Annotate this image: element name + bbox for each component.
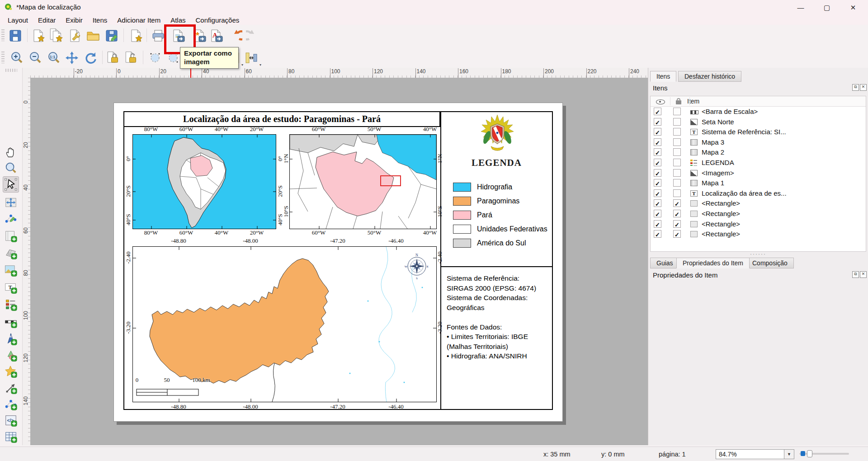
tab-composicao[interactable]: Composição (746, 258, 794, 268)
layout-item-row[interactable]: <Rectangle> (651, 219, 866, 230)
edit-nodes-tool[interactable] (3, 211, 19, 227)
layout-item-row[interactable]: <Rectangle> (651, 198, 866, 209)
move-item-content-tool[interactable] (3, 194, 19, 211)
lock-checkbox[interactable] (673, 210, 681, 217)
maximize-button[interactable]: ▢ (816, 0, 837, 15)
toolbar-grip[interactable] (1, 29, 5, 41)
add-legend-tool[interactable] (3, 296, 19, 313)
visibility-checkbox[interactable] (654, 179, 661, 187)
layout-item-row[interactable]: Mapa 3 (651, 137, 866, 148)
visibility-checkbox[interactable] (654, 199, 661, 207)
visibility-checkbox[interactable] (654, 138, 661, 146)
add-attribute-table-tool[interactable] (3, 428, 19, 445)
layout-manager-button[interactable] (66, 27, 84, 45)
reference-info-text[interactable]: Sistema de Referência:SIRGAS 2000 (EPSG:… (440, 267, 552, 409)
menu-item[interactable]: Itens (88, 16, 113, 24)
menu-item[interactable]: Exibir (61, 16, 88, 24)
undo-button[interactable] (226, 27, 244, 45)
export-pdf-button[interactable]: A (207, 27, 225, 45)
visibility-checkbox[interactable] (654, 118, 661, 126)
lock-checkbox[interactable] (673, 199, 681, 207)
add-html-tool[interactable] (3, 412, 19, 428)
zoom-out-button[interactable] (26, 49, 44, 67)
layout-item-row[interactable]: <Barra de Escala> (651, 107, 866, 117)
layout-item-row[interactable]: Sistema de Referência: SI... (651, 127, 866, 137)
layout-item-row[interactable]: <Rectangle> (651, 209, 866, 219)
distribute-items-button[interactable]: ▾ (242, 49, 260, 67)
unlock-items-button[interactable] (123, 49, 141, 67)
duplicate-layout-button[interactable] (47, 27, 65, 45)
legend-panel[interactable]: LEGENDA Hidrografia Paragominas Pará (440, 112, 552, 267)
menu-item[interactable]: Atlas (165, 16, 190, 24)
layout-item-row[interactable]: <Rectangle> (651, 229, 866, 240)
add-scalebar-tool[interactable] (3, 314, 19, 330)
layout-page[interactable]: Localização da área de estudo: Paragomin… (113, 103, 563, 422)
zoom-slider-handle[interactable] (807, 450, 812, 457)
toolbar-grip[interactable] (1, 52, 5, 63)
refresh-view-button[interactable] (81, 49, 99, 67)
add-shape-tool[interactable] (3, 347, 19, 363)
zoom-actual-button[interactable]: 1:1 (45, 49, 63, 67)
layout-item-row[interactable]: Localização da área de es... (651, 188, 866, 199)
zoom-full-button[interactable] (63, 49, 81, 67)
close-panel-icon[interactable]: ✕ (860, 271, 867, 278)
lock-checkbox[interactable] (673, 148, 681, 156)
select-all-button[interactable] (146, 49, 164, 67)
add-arrow-tool[interactable] (3, 380, 19, 396)
map1-south-america[interactable] (132, 134, 276, 229)
visibility-checkbox[interactable] (654, 210, 661, 217)
zoom-combo-arrow-icon[interactable]: ▼ (784, 449, 794, 459)
open-template-button[interactable] (84, 27, 102, 45)
lock-checkbox[interactable] (673, 169, 681, 177)
visibility-checkbox[interactable] (654, 189, 661, 197)
lock-items-button[interactable] (105, 49, 123, 67)
save-project-button[interactable] (6, 27, 24, 45)
add-north-arrow-tool[interactable] (3, 331, 19, 347)
layout-item-row[interactable]: <Imagem> (651, 168, 866, 179)
select-move-item-tool[interactable] (3, 176, 19, 193)
toolbar-grip[interactable] (5, 69, 17, 72)
lock-checkbox[interactable] (673, 179, 681, 187)
new-layout-button[interactable] (29, 27, 47, 45)
layout-canvas[interactable]: Localização da área de estudo: Paragomin… (30, 78, 648, 445)
lock-checkbox[interactable] (673, 128, 681, 136)
visibility-checkbox[interactable] (654, 169, 661, 177)
add-3d-map-tool[interactable] (3, 245, 19, 261)
visibility-checkbox[interactable] (654, 148, 661, 156)
save-as-template-button[interactable] (103, 27, 121, 45)
tab-propriedades-do-item[interactable]: Propriedades do Item (676, 258, 750, 268)
map2-para[interactable] (289, 134, 437, 229)
menu-item[interactable]: Editar (33, 16, 61, 24)
add-pages-button[interactable] (127, 27, 145, 45)
tab-itens[interactable]: Itens (650, 71, 676, 82)
zoom-tool[interactable] (3, 160, 19, 176)
visibility-checkbox[interactable] (654, 220, 661, 228)
menu-item[interactable]: Layout (3, 16, 33, 24)
tab-guias[interactable]: Guias (650, 258, 679, 268)
map-title[interactable]: Localização da área de estudo: Paragomin… (124, 112, 440, 127)
lock-checkbox[interactable] (673, 138, 681, 146)
visibility-checkbox[interactable] (654, 128, 661, 136)
vertical-ruler[interactable]: 020406080100120140 (22, 78, 31, 445)
layout-item-row[interactable]: Mapa 2 (651, 147, 866, 158)
lock-checkbox[interactable] (673, 230, 681, 238)
layout-item-row[interactable]: LEGENDA (651, 158, 866, 168)
visibility-checkbox[interactable] (654, 230, 661, 238)
zoom-in-button[interactable] (8, 49, 26, 67)
add-picture-tool[interactable] (3, 262, 19, 278)
add-node-item-tool[interactable] (3, 396, 19, 412)
visibility-checkbox[interactable] (654, 159, 661, 166)
zoom-level-combo[interactable]: 84.7% (716, 449, 784, 459)
panel-splitter[interactable]: ······ (750, 251, 766, 257)
add-map-tool[interactable] (3, 228, 19, 244)
add-label-tool[interactable]: T (3, 279, 19, 296)
redo-button[interactable] (244, 27, 262, 45)
tab-desfazer-historico[interactable]: Desfazer histórico (678, 71, 741, 82)
layout-item-row[interactable]: Mapa 1 (651, 178, 866, 188)
minimize-button[interactable]: — (790, 0, 811, 15)
menu-item[interactable]: Configurações (191, 16, 245, 24)
lock-checkbox[interactable] (673, 159, 681, 166)
lock-checkbox[interactable] (673, 220, 681, 228)
pan-layout-tool[interactable] (3, 144, 19, 160)
lock-checkbox[interactable] (673, 108, 681, 115)
